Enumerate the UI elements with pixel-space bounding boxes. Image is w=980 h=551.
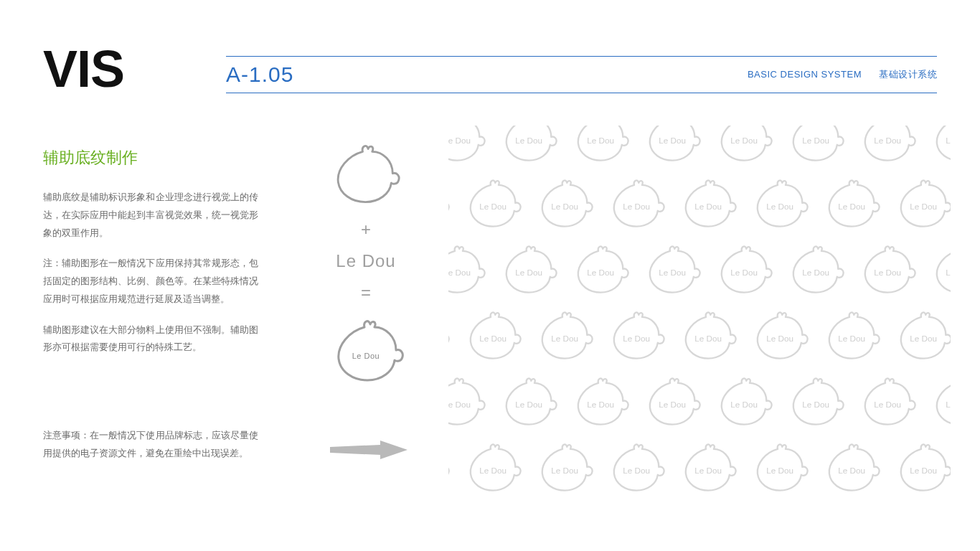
- paragraph-3: 辅助图形建议在大部分物料上使用但不强制。辅助图形亦可根据需要使用可行的特殊工艺。: [43, 321, 258, 357]
- equals-symbol: =: [361, 283, 371, 303]
- page: VIS A-1.05 BASIC DESIGN SYSTEM 基础设计系统 辅助…: [0, 0, 980, 551]
- system-name-en: BASIC DESIGN SYSTEM: [748, 69, 862, 80]
- section-code: A-1.05: [226, 62, 293, 87]
- system-name-zh: 基础设计系统: [879, 68, 937, 81]
- pattern-preview: [448, 126, 951, 509]
- combined-logo-icon: Le Dou: [323, 314, 409, 390]
- vis-logo: VIS: [43, 39, 124, 98]
- head-icon: [326, 140, 405, 208]
- brand-wordmark-small: Le Dou: [352, 352, 380, 360]
- equation-column: + Le Dou = Le Dou: [301, 140, 430, 390]
- arrow-icon: [330, 439, 409, 461]
- header-right: BASIC DESIGN SYSTEM 基础设计系统: [748, 68, 937, 81]
- brand-wordmark: Le Dou: [336, 251, 395, 271]
- plus-symbol: +: [361, 220, 371, 240]
- svg-marker-0: [330, 441, 407, 459]
- header-bar: A-1.05 BASIC DESIGN SYSTEM 基础设计系统: [226, 56, 937, 93]
- paragraph-1: 辅助底纹是辅助标识形象和企业理念进行视觉上的传达，在实际应用中能起到丰富视觉效果…: [43, 189, 258, 242]
- paragraph-2: 注：辅助图形在一般情况下应用保持其常规形态，包括固定的图形结构、比例、颜色等。在…: [43, 255, 258, 308]
- section-title: 辅助底纹制作: [43, 147, 258, 169]
- note-line: 注意事项：在一般情况下使用品牌标志，应该尽量使用提供的电子资源文件，避免在重绘中…: [43, 427, 258, 463]
- left-column: 辅助底纹制作 辅助底纹是辅助标识形象和企业理念进行视觉上的传达，在实际应用中能起…: [43, 147, 258, 369]
